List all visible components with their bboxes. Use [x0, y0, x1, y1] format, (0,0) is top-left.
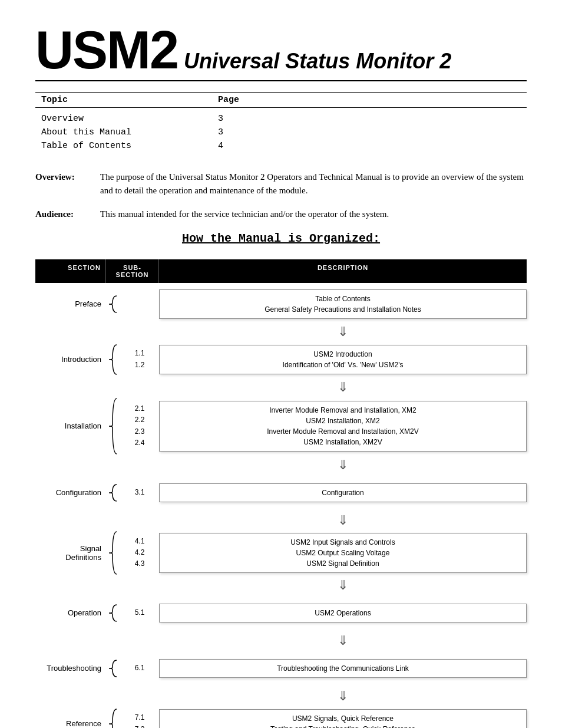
diagram-description-box: Troubleshooting the Communications Link — [159, 659, 527, 678]
diagram-header-row: SECTION SUB-SECTION DESCRIPTION — [35, 259, 527, 283]
down-arrow-icon: ⇓ — [338, 579, 348, 592]
diagram-arrow: ⇓ — [35, 634, 527, 647]
diagram-arrow: ⇓ — [35, 579, 527, 592]
diagram-row: Signal Definitions 4.14.24.3USM2 Input S… — [35, 531, 527, 575]
diagram-subsections: 7.17.2 — [120, 712, 159, 728]
toc-cell-topic: Overview — [35, 108, 212, 126]
diagram-subsection-item: 2.4 — [135, 437, 145, 449]
diagram-container: SECTION SUB-SECTION DESCRIPTION Preface … — [35, 259, 527, 729]
diagram-col-section: SECTION — [35, 259, 106, 283]
diagram-row: Operation 5.1USM2 Operations — [35, 595, 527, 631]
diagram-arrow: ⇓ — [35, 514, 527, 527]
diagram-subsection-item: 5.1 — [135, 607, 145, 618]
diagram-brace — [106, 295, 120, 314]
overview-content: The purpose of the Universal Status Moni… — [100, 170, 527, 197]
diagram-subsection-item: 2.2 — [135, 414, 145, 426]
diagram-subsection-item: 3.1 — [135, 487, 145, 498]
down-arrow-icon: ⇓ — [338, 381, 348, 394]
diagram-subsections: 2.12.22.32.4 — [120, 403, 159, 449]
diagram-subsection-item: 2.3 — [135, 426, 145, 437]
toc-cell-topic: About this Manual — [35, 126, 212, 139]
diagram-row: Installation 2.12.22.32.4Inverter Module… — [35, 397, 527, 455]
diagram-arrow: ⇓ — [35, 459, 527, 472]
diagram-subsection-item: 4.1 — [135, 536, 145, 547]
overview-section: Overview: The purpose of the Universal S… — [35, 170, 527, 197]
diagram-brace — [106, 397, 120, 455]
down-arrow-icon: ⇓ — [338, 325, 348, 338]
overview-label: Overview: — [35, 170, 100, 197]
diagram-brace — [106, 531, 120, 575]
diagram-subsections: 3.1 — [120, 487, 159, 498]
audience-section: Audience: This manual intended for the s… — [35, 207, 527, 221]
diagram-row: Troubleshooting 6.1Troubleshooting the C… — [35, 651, 527, 686]
diagram-subsection-item: 7.2 — [135, 724, 145, 729]
toc-col-page: Page — [212, 93, 527, 108]
diagram-subsections: 6.1 — [120, 663, 159, 674]
diagram-description-box: USM2 Input Signals and ControlsUSM2 Outp… — [159, 533, 527, 573]
diagram-rows: Preface Table of ContentsGeneral Safety … — [35, 286, 527, 729]
diagram-description-box: Configuration — [159, 483, 527, 502]
toc-col-topic: Topic — [35, 93, 212, 108]
brand-subtitle: Universal Status Monitor 2 — [184, 49, 451, 74]
header-divider — [35, 80, 527, 81]
diagram-section-label: Preface — [35, 299, 106, 308]
diagram-row: Preface Table of ContentsGeneral Safety … — [35, 286, 527, 322]
diagram-subsections: 5.1 — [120, 607, 159, 618]
diagram-section-label: Signal Definitions — [35, 544, 106, 562]
down-arrow-icon: ⇓ — [338, 459, 348, 472]
diagram-section-label: Reference — [35, 719, 106, 728]
diagram-brace — [106, 344, 120, 375]
diagram-brace — [106, 708, 120, 729]
diagram-arrow: ⇓ — [35, 690, 527, 703]
diagram-description-box: USM2 Signals, Quick ReferenceTesting and… — [159, 709, 527, 729]
diagram-section-label: Operation — [35, 608, 106, 617]
diagram-subsections: 1.11.2 — [120, 348, 159, 370]
diagram-section-label: Configuration — [35, 488, 106, 497]
diagram-row: Configuration 3.1Configuration — [35, 475, 527, 510]
audience-content: This manual intended for the service tec… — [100, 207, 527, 221]
down-arrow-icon: ⇓ — [338, 690, 348, 703]
page-header: USM2 Universal Status Monitor 2 — [35, 24, 527, 77]
diagram-description-box: Inverter Module Removal and Installation… — [159, 401, 527, 452]
toc-row: About this Manual 3 — [35, 126, 527, 139]
diagram-col-subsection: SUB-SECTION — [106, 259, 159, 283]
toc-row: Table of Contents 4 — [35, 139, 527, 153]
toc-row: Overview 3 — [35, 108, 527, 126]
diagram-section-label: Introduction — [35, 355, 106, 364]
diagram-arrow: ⇓ — [35, 381, 527, 394]
diagram-subsection-item: 1.2 — [135, 360, 145, 371]
diagram-description-box: Table of ContentsGeneral Safety Precauti… — [159, 289, 527, 319]
down-arrow-icon: ⇓ — [338, 634, 348, 647]
diagram-col-description: DESCRIPTION — [159, 259, 527, 283]
down-arrow-icon: ⇓ — [338, 514, 348, 527]
audience-label: Audience: — [35, 207, 100, 221]
diagram-row: Reference 7.17.2USM2 Signals, Quick Refe… — [35, 706, 527, 729]
toc-cell-page: 4 — [212, 139, 527, 153]
diagram-brace — [106, 659, 120, 678]
brand-large: USM2 — [35, 24, 178, 77]
toc-cell-page: 3 — [212, 108, 527, 126]
diagram-subsections: 4.14.24.3 — [120, 536, 159, 570]
manual-organized-heading: How the Manual is Organized: — [35, 232, 527, 245]
diagram-subsection-item: 4.3 — [135, 558, 145, 569]
toc-table: Topic Page Overview 3 About this Manual … — [35, 92, 527, 153]
diagram-arrow: ⇓ — [35, 325, 527, 338]
diagram-description-box: USM2 Operations — [159, 604, 527, 622]
diagram-row: Introduction 1.11.2USM2 IntroductionIden… — [35, 342, 527, 377]
toc-cell-page: 3 — [212, 126, 527, 139]
toc-cell-topic: Table of Contents — [35, 139, 212, 153]
diagram-brace — [106, 483, 120, 502]
diagram-subsection-item: 7.1 — [135, 712, 145, 723]
diagram-brace — [106, 604, 120, 622]
diagram-subsection-item: 2.1 — [135, 403, 145, 414]
diagram-subsection-item: 1.1 — [135, 348, 145, 359]
diagram-subsection-item: 6.1 — [135, 663, 145, 674]
diagram-section-label: Installation — [35, 421, 106, 430]
diagram-section-label: Troubleshooting — [35, 664, 106, 673]
diagram-subsection-item: 4.2 — [135, 547, 145, 558]
diagram-description-box: USM2 IntroductionIdentification of 'Old'… — [159, 345, 527, 374]
